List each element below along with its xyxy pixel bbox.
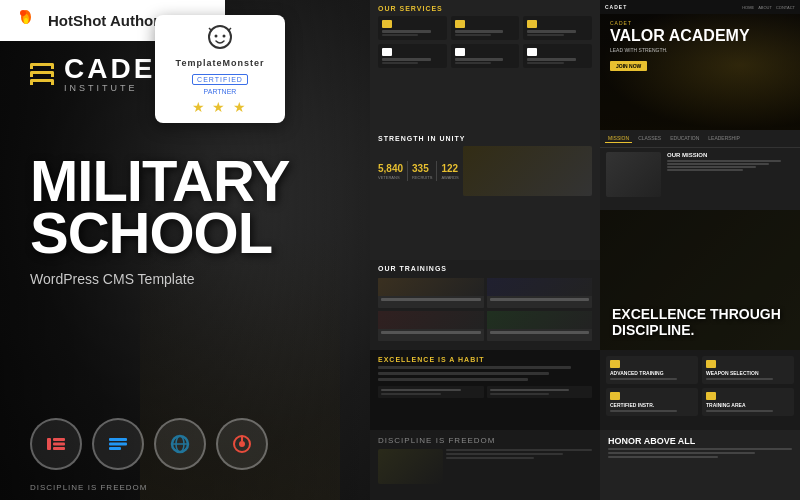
svg-point-2 <box>24 18 28 24</box>
flame-icon <box>12 7 40 35</box>
mission-text-block: OUR MISSION <box>667 152 794 197</box>
stats-mockup: STRENGTH IN UNITY 5,840 VETERANS 335 REC… <box>370 130 600 260</box>
trainings-grid <box>370 276 600 343</box>
service-card-5 <box>451 44 520 68</box>
svg-line-21 <box>228 28 231 31</box>
right-panel: OUR SERVICES <box>370 0 800 500</box>
svg-rect-5 <box>53 438 65 441</box>
svg-rect-4 <box>47 438 51 450</box>
mission-nav-mockup: MISSION CLASSES EDUCATION LEADERSHIP OUR… <box>600 130 800 210</box>
svg-rect-9 <box>109 443 127 446</box>
svg-point-17 <box>209 26 231 48</box>
elementor-badge[interactable] <box>30 418 82 470</box>
training-card-1 <box>378 278 484 308</box>
svg-point-19 <box>223 35 226 38</box>
discipline-tagline: DISCIPLINE IS FREEDOM <box>378 436 592 445</box>
service-card-6 <box>523 44 592 68</box>
services-title: OUR SERVICES <box>370 0 600 14</box>
valor-label-text: CADET <box>610 20 750 26</box>
excellence-habit-mockup: EXCELLENCE IS A HABIT <box>370 350 600 430</box>
stat-1: 5,840 VETERANS <box>378 163 403 180</box>
service-card-1 <box>378 16 447 40</box>
valor-hero-mockup: CADET HOME ABOUT CONTACT CADET VALOR ACA… <box>600 0 800 130</box>
stat-value-1: 5,840 <box>378 163 403 174</box>
bottom-tagline: DISCIPLINE IS FREEDOM <box>30 483 147 492</box>
stats-title: STRENGTH IN UNITY <box>370 130 600 144</box>
stat-value-2: 335 <box>412 163 432 174</box>
wordpress-badge[interactable] <box>154 418 206 470</box>
brand-title: HotShot Author <box>48 12 159 29</box>
logo-area: CADET INSTITUTE <box>30 55 175 93</box>
tm-certified: CERTIFIED <box>192 74 248 85</box>
stat-2: 335 RECRUITS <box>412 163 432 180</box>
excellence-habit-title: EXCELLENCE IS A HABIT <box>378 356 592 363</box>
svg-point-3 <box>20 10 26 16</box>
service-card-3 <box>523 16 592 40</box>
tm-stars: ★ ★ ★ <box>167 99 273 115</box>
feature-instructors: CERTIFIED INSTR. <box>606 388 698 416</box>
plugins-row <box>30 418 268 470</box>
headline-line2: SCHOOL <box>30 207 289 259</box>
nav-mission[interactable]: MISSION <box>605 134 632 143</box>
nav-classes[interactable]: CLASSES <box>635 134 664 143</box>
bottom-discipline-mockup: DISCIPLINE IS FREEDOM <box>370 430 600 500</box>
excellence-text: EXCELLENCE THROUGH DISCIPLINE. <box>612 307 788 338</box>
feature-weapon: WEAPON SELECTION <box>702 356 794 384</box>
features-mockup: ADVANCED TRAINING WEAPON SELECTION CERTI… <box>600 350 800 430</box>
stat-label-1: VETERANS <box>378 175 403 180</box>
services-grid <box>370 14 600 70</box>
mission-heading: OUR MISSION <box>667 152 794 158</box>
mission-content: OUR MISSION <box>600 148 800 201</box>
tm-cat-icon <box>167 23 273 56</box>
valor-nav-3: CONTACT <box>776 5 795 10</box>
service-card-4 <box>378 44 447 68</box>
mission-nav: MISSION CLASSES EDUCATION LEADERSHIP <box>600 130 800 148</box>
valor-nav-1: HOME <box>742 5 754 10</box>
svg-point-15 <box>239 441 245 447</box>
honor-title: HONOR ABOVE ALL <box>600 430 800 448</box>
services-mockup: OUR SERVICES <box>370 0 600 130</box>
valor-mini-logo: CADET <box>605 4 627 10</box>
stat-3: 122 AWARDS <box>441 163 458 180</box>
mission-image <box>606 152 661 197</box>
excellence-mockup: EXCELLENCE THROUGH DISCIPLINE. <box>600 210 800 350</box>
feature-area: TRAINING AREA <box>702 388 794 416</box>
headline: MILITARY SCHOOL WordPress CMS Template <box>30 155 289 287</box>
stat-label-2: RECRUITS <box>412 175 432 180</box>
stats-row: 5,840 VETERANS 335 RECRUITS 122 AWARDS <box>370 144 600 198</box>
valor-academy-title: VALOR ACADEMY <box>610 28 750 44</box>
stat-value-3: 122 <box>441 163 458 174</box>
revolution-slider-badge[interactable] <box>216 418 268 470</box>
template-monster-badge: TemplateMonster CERTIFIED PARTNER ★ ★ ★ <box>155 15 285 123</box>
training-card-4 <box>487 311 593 341</box>
trainings-mockup: OUR TRAININGS <box>370 260 600 350</box>
stats-image <box>463 146 592 196</box>
trainings-title: OUR TRAININGS <box>370 260 600 276</box>
svg-line-20 <box>209 28 212 31</box>
training-card-3 <box>378 311 484 341</box>
svg-rect-10 <box>109 447 121 450</box>
tm-partner: PARTNER <box>167 88 273 95</box>
nav-lead[interactable]: LEADERSHIP <box>705 134 743 143</box>
svg-rect-7 <box>53 447 65 450</box>
svg-rect-6 <box>53 443 65 446</box>
logo-chevrons-icon <box>30 63 54 85</box>
tm-title: TemplateMonster <box>167 58 273 68</box>
ultimate-fields-badge[interactable] <box>92 418 144 470</box>
svg-point-18 <box>215 35 218 38</box>
honor-mockup: HONOR ABOVE ALL <box>600 430 800 500</box>
valor-cta-button[interactable]: JOIN NOW <box>610 61 647 71</box>
training-card-2 <box>487 278 593 308</box>
svg-rect-8 <box>109 438 127 441</box>
stat-label-3: AWARDS <box>441 175 458 180</box>
nav-edu[interactable]: EDUCATION <box>667 134 702 143</box>
headline-tagline: WordPress CMS Template <box>30 271 289 287</box>
valor-nav-2: ABOUT <box>758 5 772 10</box>
valor-subtitle-text: LEAD WITH STRENGTH. <box>610 47 750 54</box>
feature-advanced: ADVANCED TRAINING <box>606 356 698 384</box>
service-card-2 <box>451 16 520 40</box>
